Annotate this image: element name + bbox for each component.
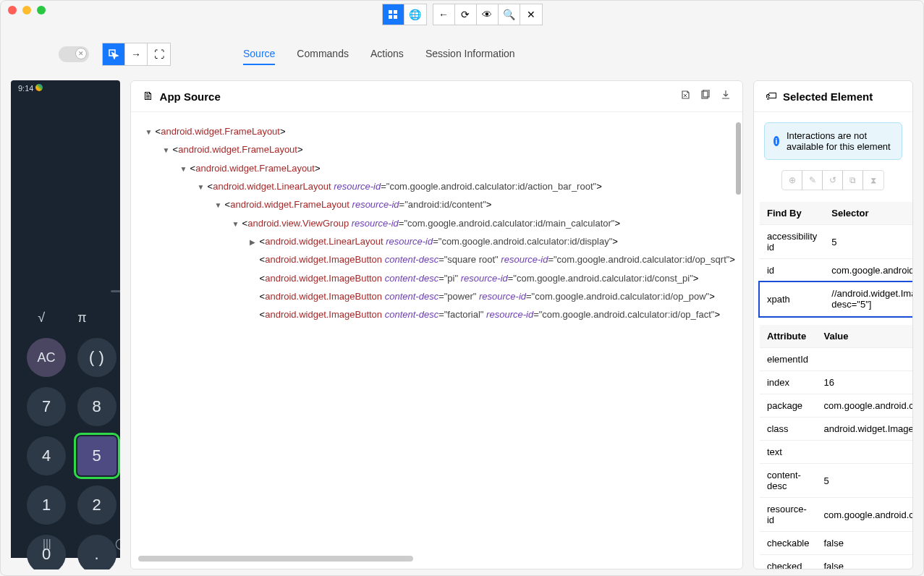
- selected-element-panel: 🏷 Selected Element i Interactions are no…: [753, 80, 913, 569]
- attribute-row: packagecom.google.android.calculator: [760, 394, 913, 418]
- tree-node[interactable]: ▼<android.widget.FrameLayout>: [163, 140, 735, 158]
- calculator-keypad: AC( )%÷789×456–123+0.=: [11, 338, 120, 569]
- copy-xml-button[interactable]: [680, 90, 690, 103]
- tree-node[interactable]: <android.widget.ImageButton content-desc…: [250, 305, 735, 323]
- calc-key-AC[interactable]: AC: [27, 338, 66, 377]
- attribute-row: checkedfalse: [760, 555, 913, 570]
- clear-button[interactable]: ↺: [823, 171, 843, 190]
- device-status-bar: 9:14 🔇 📶 📶 📡 ▮: [11, 80, 120, 96]
- attribute-row: classandroid.widget.ImageButton: [760, 418, 913, 441]
- app-source-title: App Source: [160, 90, 221, 103]
- recents-icon: |||: [43, 537, 51, 551]
- tree-node[interactable]: ▼<android.widget.FrameLayout>: [180, 159, 735, 177]
- attribute-row: text: [760, 441, 913, 464]
- expand-button[interactable]: ⛶: [148, 43, 170, 65]
- drag-handle: [111, 290, 120, 292]
- info-icon: i: [773, 136, 779, 146]
- pi-key: π: [74, 310, 91, 326]
- close-session-button[interactable]: ✕: [520, 4, 542, 25]
- tab-session[interactable]: Session Information: [425, 43, 515, 65]
- attribute-row: resource-idcom.google.android.calculator…: [760, 498, 913, 532]
- selected-element-title: Selected Element: [783, 90, 873, 103]
- calc-key-1[interactable]: 1: [27, 486, 66, 525]
- attribute-row: content-desc5: [760, 464, 913, 498]
- tag-icon: 🏷: [766, 90, 777, 103]
- advanced-operators-row: √ π ^ ! ⌄: [11, 310, 120, 326]
- calc-key-8[interactable]: 8: [77, 387, 116, 426]
- tree-node[interactable]: <android.widget.ImageButton content-desc…: [250, 287, 735, 305]
- tree-node[interactable]: ▼<android.widget.LinearLayout resource-i…: [198, 177, 735, 195]
- tree-node[interactable]: <android.widget.ImageButton content-desc…: [250, 250, 735, 268]
- calc-key-( )[interactable]: ( ): [77, 338, 116, 377]
- tab-source[interactable]: Source: [243, 43, 275, 65]
- calc-key-7[interactable]: 7: [27, 387, 66, 426]
- send-keys-button[interactable]: ✎: [802, 171, 823, 190]
- tap-button[interactable]: ⊕: [782, 171, 802, 190]
- calc-key-5[interactable]: 5: [77, 436, 116, 475]
- center-toolbar: 🌐 ← ⟳ 👁 🔍 ✕: [382, 4, 543, 25]
- close-window-icon[interactable]: [8, 6, 17, 14]
- eye-button[interactable]: 👁: [477, 4, 499, 25]
- svg-rect-3: [394, 15, 397, 19]
- maximize-window-icon[interactable]: [37, 6, 46, 14]
- minimize-window-icon[interactable]: [22, 6, 31, 14]
- calc-key-4[interactable]: 4: [27, 436, 66, 475]
- copy-button[interactable]: [700, 90, 711, 103]
- findby-row[interactable]: xpath//android.widget.ImageButton[@conte…: [760, 282, 913, 316]
- attribute-row: elementId: [760, 348, 913, 371]
- copy-attr-button[interactable]: ⧉: [843, 171, 863, 190]
- tree-scrollbar[interactable]: [736, 122, 741, 195]
- app-source-panel: 🗎 App Source ▼<android.widget.FrameLayou…: [130, 80, 743, 569]
- tree-node[interactable]: ▼<android.view.ViewGroup resource-id="co…: [232, 214, 735, 232]
- time-button[interactable]: ⧗: [863, 171, 883, 190]
- mjpeg-toggle[interactable]: ✕: [59, 46, 89, 62]
- tree-node[interactable]: ▼<android.widget.FrameLayout>: [145, 122, 735, 140]
- tabs-nav: Source Commands Actions Session Informat…: [243, 43, 515, 65]
- web-mode-button[interactable]: 🌐: [404, 4, 426, 25]
- svg-rect-2: [389, 15, 392, 19]
- tree-node[interactable]: <android.widget.ImageButton content-desc…: [250, 269, 735, 287]
- horizontal-scrollbar[interactable]: [138, 556, 735, 563]
- file-icon: 🗎: [143, 90, 154, 103]
- inspect-toolbar: → ⛶: [102, 43, 171, 66]
- source-tree[interactable]: ▼<android.widget.FrameLayout>▼<android.w…: [131, 112, 742, 553]
- svg-rect-0: [389, 10, 392, 14]
- native-mode-button[interactable]: [383, 4, 404, 25]
- tab-commands[interactable]: Commands: [297, 43, 349, 65]
- sqrt-key: √: [33, 310, 50, 326]
- select-element-button[interactable]: [103, 43, 125, 65]
- swipe-button[interactable]: →: [125, 43, 148, 65]
- top-bar: ✕ → ⛶ Source Commands Actions Session In…: [1, 34, 923, 75]
- download-button[interactable]: [721, 90, 731, 103]
- search-button[interactable]: 🔍: [499, 4, 520, 25]
- device-screenshot[interactable]: 9:14 🔇 📶 📶 📡 ▮ Choose theme ⋮ √ π ^ ! ⌄ …: [11, 80, 120, 569]
- tab-actions[interactable]: Actions: [370, 43, 404, 65]
- findby-row[interactable]: accessibility id5: [760, 225, 913, 259]
- attribute-row: index16: [760, 371, 913, 394]
- element-action-toolbar: ⊕ ✎ ↺ ⧉ ⧗: [781, 170, 884, 190]
- power-key: ^: [114, 310, 120, 326]
- svg-rect-1: [394, 10, 397, 14]
- findby-table: Find BySelector accessibility id5idcom.g…: [760, 202, 913, 316]
- back-button[interactable]: ←: [433, 4, 455, 25]
- tree-node[interactable]: ▶<android.widget.LinearLayout resource-i…: [250, 232, 735, 250]
- attributes-table: AttributeValue elementIdindex16packageco…: [760, 325, 913, 569]
- refresh-button[interactable]: ⟳: [455, 4, 477, 25]
- interactions-alert: i Interactions are not available for thi…: [764, 122, 902, 160]
- attribute-row: checkablefalse: [760, 532, 913, 555]
- tree-node[interactable]: ▼<android.widget.FrameLayout resource-id…: [215, 195, 735, 213]
- findby-row[interactable]: idcom.google.android.calculator:id/digit…: [760, 259, 913, 282]
- android-nav-bar: ||| ◯ 〈: [11, 537, 120, 551]
- calc-key-2[interactable]: 2: [77, 486, 116, 525]
- home-icon: ◯: [115, 537, 120, 551]
